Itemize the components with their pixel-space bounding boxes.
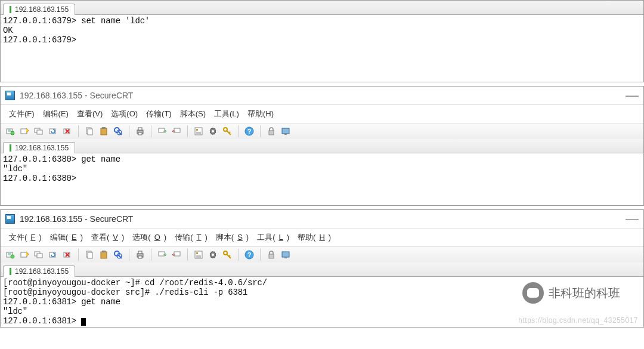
- key-icon[interactable]: [221, 249, 233, 261]
- tabbar-1: 192.168.163.155: [1, 1, 643, 15]
- send-icon[interactable]: [156, 249, 168, 261]
- disconnect-icon[interactable]: [61, 125, 73, 137]
- svg-rect-29: [269, 131, 274, 135]
- svg-rect-40: [88, 252, 92, 258]
- paste-icon[interactable]: [98, 249, 110, 261]
- toolbar-separator: [129, 125, 129, 137]
- send-icon[interactable]: [156, 125, 168, 137]
- menu-tools[interactable]: 工具(L): [253, 231, 293, 244]
- properties-icon[interactable]: [193, 249, 205, 261]
- key-icon[interactable]: [221, 125, 233, 137]
- disconnect-icon[interactable]: [61, 249, 73, 261]
- menu-edit[interactable]: 编辑(E): [39, 107, 72, 121]
- svg-rect-10: [102, 127, 106, 129]
- menu-options[interactable]: 选项(O): [129, 231, 170, 244]
- find-icon[interactable]: [112, 249, 124, 261]
- svg-point-33: [11, 255, 14, 258]
- tabbar-2: 192.168.163.155: [1, 139, 643, 153]
- menu-transfer[interactable]: 传输(T): [143, 107, 175, 121]
- settings-icon[interactable]: [207, 249, 219, 261]
- svg-rect-42: [102, 251, 106, 252]
- print-icon[interactable]: [134, 249, 146, 261]
- svg-rect-9: [101, 128, 107, 135]
- window-title: 192.168.163.155 - SecureCRT: [20, 214, 133, 224]
- screen-icon[interactable]: [280, 125, 292, 137]
- svg-rect-17: [159, 128, 165, 132]
- lock-icon[interactable]: [265, 125, 277, 137]
- connect-icon[interactable]: [4, 125, 16, 137]
- menu-help[interactable]: 帮助(H): [244, 107, 277, 121]
- toolbar-separator: [187, 125, 188, 137]
- reconnect-icon[interactable]: [47, 125, 59, 137]
- quick-connect-icon[interactable]: [18, 249, 30, 261]
- tab-host-3[interactable]: 192.168.163.155: [3, 265, 75, 277]
- connect-icon[interactable]: [4, 249, 16, 261]
- reconnect-icon[interactable]: [47, 249, 59, 261]
- app-icon: [5, 214, 15, 224]
- menubar-3: 文件(F) 编辑(E) 查看(V) 选项(O) 传输(T) 脚本(S) 工具(L…: [1, 228, 643, 246]
- paste-icon[interactable]: [98, 125, 110, 137]
- help-icon[interactable]: ?: [243, 125, 255, 137]
- print-icon[interactable]: [134, 125, 146, 137]
- menu-view[interactable]: 查看(V): [88, 231, 128, 244]
- tab-host-1[interactable]: 192.168.163.155: [3, 4, 75, 15]
- quick-connect-icon[interactable]: [18, 125, 30, 137]
- svg-rect-15: [138, 128, 142, 130]
- menubar-2: 文件(F) 编辑(E) 查看(V) 选项(O) 传输(T) 脚本(S) 工具(L…: [1, 104, 643, 123]
- tab-host-2[interactable]: 192.168.163.155: [3, 142, 75, 153]
- svg-rect-31: [284, 134, 287, 135]
- menu-file[interactable]: 文件(F): [5, 231, 45, 244]
- receive-icon[interactable]: [171, 125, 182, 137]
- tab-active-indicator-icon: [10, 144, 11, 152]
- settings-icon[interactable]: [207, 125, 219, 137]
- find-icon[interactable]: [112, 125, 124, 137]
- screen-icon[interactable]: [280, 249, 292, 261]
- svg-line-58: [229, 255, 230, 257]
- toolbar-separator: [78, 125, 79, 137]
- svg-rect-41: [101, 252, 107, 258]
- menu-script[interactable]: 脚本(S): [177, 107, 209, 121]
- terminal-2[interactable]: 127.0.0.1:6380> get name "ldc" 127.0.0.1…: [1, 153, 643, 184]
- svg-rect-47: [138, 251, 142, 254]
- menu-view[interactable]: 查看(V): [73, 107, 106, 121]
- sessions-icon[interactable]: [33, 125, 45, 137]
- window-title: 192.168.163.155 - SecureCRT: [20, 91, 133, 100]
- menu-help[interactable]: 帮助(H): [294, 231, 335, 244]
- svg-rect-61: [269, 254, 274, 258]
- menu-options[interactable]: 选项(O): [107, 107, 141, 121]
- toolbar-separator: [238, 125, 239, 137]
- watermark-logo: 非科班的科班: [522, 282, 620, 304]
- svg-text:?: ?: [247, 128, 252, 135]
- menu-transfer[interactable]: 传输(T): [171, 231, 211, 244]
- menu-edit[interactable]: 编辑(E): [47, 231, 86, 244]
- copy-icon[interactable]: [83, 125, 95, 137]
- menu-file[interactable]: 文件(F): [5, 107, 38, 121]
- cursor-icon: [81, 318, 86, 326]
- app-icon: [5, 91, 15, 100]
- copy-icon[interactable]: [83, 249, 95, 261]
- terminal-1[interactable]: 127.0.0.1:6379> set name 'ldc' OK 127.0.…: [1, 15, 643, 46]
- toolbar-separator: [238, 249, 239, 261]
- svg-line-26: [229, 132, 230, 133]
- svg-rect-52: [196, 252, 198, 254]
- tab-active-indicator-icon: [10, 268, 11, 275]
- minimize-icon[interactable]: —: [626, 89, 639, 102]
- sessions-icon[interactable]: [33, 249, 45, 261]
- properties-icon[interactable]: [193, 125, 205, 137]
- watermark-url: https://blog.csdn.net/qq_43255017: [518, 316, 638, 325]
- help-icon[interactable]: ?: [243, 249, 255, 261]
- titlebar-3[interactable]: 192.168.163.155 - SecureCRT —: [1, 210, 643, 228]
- svg-rect-50: [174, 252, 180, 256]
- svg-rect-36: [37, 254, 42, 258]
- svg-rect-63: [284, 257, 287, 258]
- receive-icon[interactable]: [171, 249, 182, 261]
- svg-rect-62: [282, 252, 289, 257]
- minimize-icon[interactable]: —: [626, 212, 639, 226]
- tab-active-indicator-icon: [10, 6, 11, 13]
- menu-tools[interactable]: 工具(L): [210, 107, 243, 121]
- lock-icon[interactable]: [265, 249, 277, 261]
- menu-script[interactable]: 脚本(S): [212, 231, 252, 244]
- titlebar-2[interactable]: 192.168.163.155 - SecureCRT —: [1, 87, 643, 104]
- toolbar-separator: [78, 249, 79, 261]
- svg-rect-30: [282, 128, 289, 134]
